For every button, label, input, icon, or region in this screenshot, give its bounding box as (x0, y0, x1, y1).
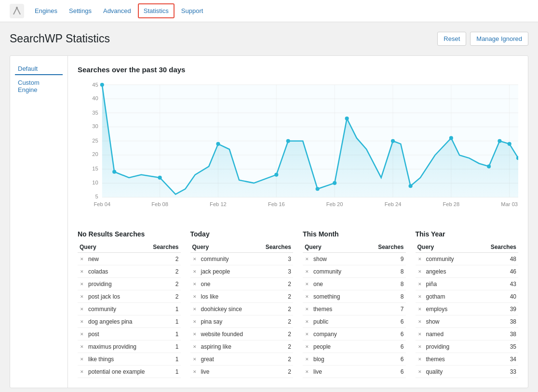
remove-icon[interactable] (191, 343, 198, 350)
remove-icon[interactable] (417, 318, 423, 325)
table-row: aspiring like2 (190, 340, 294, 353)
remove-icon[interactable] (191, 318, 198, 325)
sidebar-item-default[interactable]: Default (15, 63, 63, 75)
nav-support[interactable]: Support (176, 4, 208, 17)
svg-text:45: 45 (92, 82, 98, 88)
table-row: piña43 (416, 278, 519, 290)
remove-icon[interactable] (304, 306, 310, 313)
remove-icon[interactable] (79, 281, 85, 287)
nav-statistics[interactable]: Statistics (138, 3, 175, 18)
remove-icon[interactable] (191, 256, 198, 262)
sidebar-item-custom-engine[interactable]: Custom Engine (15, 77, 63, 95)
count-cell: 6 (360, 366, 405, 378)
remove-icon[interactable] (191, 306, 198, 313)
table-row: new2 (78, 253, 181, 265)
query-cell: public (311, 315, 360, 328)
query-cell: pina say (199, 315, 256, 328)
count-cell: 35 (473, 340, 518, 353)
count-cell: 1 (149, 303, 180, 315)
count-cell: 1 (149, 353, 180, 366)
nav-settings[interactable]: Settings (64, 4, 96, 17)
stat-table-1: TodayQuerySearchescommunity3jack people3… (190, 230, 294, 378)
remove-icon[interactable] (79, 293, 85, 300)
remove-icon[interactable] (417, 368, 423, 375)
remove-icon[interactable] (304, 268, 310, 275)
remove-icon[interactable] (79, 268, 85, 275)
table-row: people6 (303, 340, 406, 353)
remove-icon[interactable] (79, 343, 85, 350)
count-cell: 2 (256, 303, 293, 315)
remove-icon[interactable] (304, 331, 310, 338)
svg-point-44 (333, 181, 336, 185)
remove-icon[interactable] (79, 306, 85, 313)
table-row: one2 (190, 278, 294, 290)
count-cell: 40 (473, 290, 518, 303)
query-cell: providing (86, 278, 149, 290)
svg-point-45 (345, 117, 349, 120)
svg-text:25: 25 (92, 138, 98, 144)
remove-icon[interactable] (417, 343, 423, 350)
query-cell: coladas (86, 265, 149, 278)
svg-point-49 (487, 165, 491, 169)
svg-text:35: 35 (92, 110, 98, 116)
reset-button[interactable]: Reset (437, 32, 466, 46)
manage-ignored-button[interactable]: Manage Ignored (470, 32, 528, 46)
remove-icon[interactable] (191, 368, 198, 375)
nav-advanced[interactable]: Advanced (98, 4, 136, 17)
query-cell: themes (424, 353, 473, 366)
svg-point-37 (100, 83, 104, 87)
remove-icon[interactable] (191, 331, 198, 338)
svg-point-46 (391, 139, 395, 143)
query-cell: blog (311, 353, 360, 366)
remove-icon[interactable] (191, 281, 198, 287)
nav-engines[interactable]: Engines (30, 4, 62, 17)
table-row: post1 (78, 328, 181, 340)
table-row: jack people3 (190, 265, 294, 278)
table-row: one8 (303, 278, 406, 290)
remove-icon[interactable] (417, 356, 423, 363)
table-row: gotham40 (416, 290, 519, 303)
remove-icon[interactable] (79, 368, 85, 375)
remove-icon[interactable] (79, 256, 85, 262)
query-cell: employs (424, 303, 473, 315)
query-cell: show (424, 315, 473, 328)
table-row: community1 (78, 303, 181, 315)
remove-icon[interactable] (304, 368, 310, 375)
table-row: community3 (190, 253, 294, 265)
remove-icon[interactable] (417, 256, 423, 262)
remove-icon[interactable] (304, 343, 310, 350)
remove-icon[interactable] (79, 331, 85, 338)
remove-icon[interactable] (417, 331, 423, 338)
svg-text:Mar 03: Mar 03 (501, 201, 518, 207)
count-cell: 2 (256, 340, 293, 353)
page-title: SearchWP Statistics (10, 32, 110, 45)
count-cell: 9 (360, 253, 405, 265)
remove-icon[interactable] (191, 268, 198, 275)
count-cell: 2 (256, 315, 293, 328)
count-cell: 43 (473, 278, 518, 290)
count-cell: 2 (256, 366, 293, 378)
remove-icon[interactable] (79, 356, 85, 363)
svg-text:40: 40 (92, 95, 98, 101)
query-cell: maximus providing (86, 340, 149, 353)
remove-icon[interactable] (417, 293, 423, 300)
remove-icon[interactable] (304, 256, 310, 262)
query-cell: jack people (199, 265, 256, 278)
remove-icon[interactable] (304, 293, 310, 300)
remove-icon[interactable] (191, 356, 198, 363)
table-row: potential one example1 (78, 366, 181, 378)
col-query-0: Query (78, 242, 149, 253)
remove-icon[interactable] (417, 281, 423, 287)
remove-icon[interactable] (417, 268, 423, 275)
top-nav: Engines Settings Advanced Statistics Sup… (0, 0, 538, 22)
remove-icon[interactable] (79, 318, 85, 325)
svg-text:15: 15 (92, 166, 98, 171)
remove-icon[interactable] (304, 318, 310, 325)
remove-icon[interactable] (304, 281, 310, 287)
remove-icon[interactable] (417, 306, 423, 313)
svg-text:Feb 16: Feb 16 (268, 201, 285, 207)
table-row: employs39 (416, 303, 519, 315)
stat-table-title-0: No Results Searches (78, 230, 181, 238)
remove-icon[interactable] (191, 293, 198, 300)
remove-icon[interactable] (304, 356, 310, 363)
